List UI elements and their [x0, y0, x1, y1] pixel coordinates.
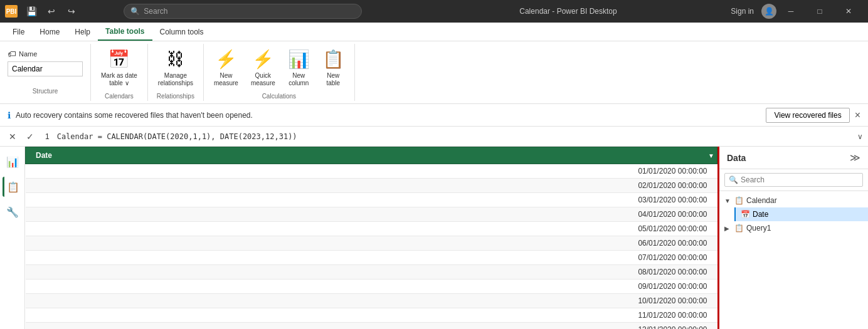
column-header-date[interactable]: Date ▼ [26, 147, 717, 164]
eye-icon[interactable]: 👁 [848, 197, 855, 205]
table-name-input[interactable] [8, 61, 83, 76]
data-panel-header: Data ≫ [719, 147, 868, 169]
tag-icon: 🏷 [8, 49, 16, 59]
data-tree: ▼ 📋 Calendar 👁 ⋯ 📅 Date ▶ 📋 Query1 [719, 191, 868, 238]
more-icon[interactable]: ⋯ [856, 197, 863, 205]
query1-table-label: Query1 [746, 224, 771, 232]
date-cell: 12/01/2020 00:00:00 [26, 323, 717, 330]
view-recovered-files-button[interactable]: View recovered files [766, 108, 849, 123]
new-measure-label: Newmeasure [214, 72, 238, 87]
query-table-icon: 📋 [734, 224, 744, 232]
ribbon: 🏷 Name Structure 📅 Mark as datetable ∨ C… [0, 41, 868, 104]
close-alert-button[interactable]: × [855, 110, 860, 121]
menu-help[interactable]: Help [67, 23, 98, 41]
new-column-label: Newcolumn [288, 72, 309, 87]
calendars-items: 📅 Mark as datetable ∨ [96, 44, 142, 91]
formula-cancel-button[interactable]: ✕ [5, 129, 20, 144]
structure-label: Structure [8, 86, 83, 96]
date-cell: 01/01/2020 00:00:00 [26, 164, 717, 179]
minimize-button[interactable]: ─ [776, 0, 805, 23]
date-cell: 09/01/2020 00:00:00 [26, 279, 717, 294]
calendar-table-icon: 📅 [108, 49, 130, 70]
manage-relationships-label: Managerelationships [158, 72, 193, 87]
sign-in-label[interactable]: Sign in [731, 7, 754, 16]
menu-bar: File Home Help Table tools Column tools [0, 23, 868, 41]
alert-icon: ℹ [8, 110, 11, 120]
save-button[interactable]: 💾 [23, 3, 40, 20]
date-cell: 06/01/2020 00:00:00 [26, 236, 717, 251]
data-search-input[interactable] [741, 175, 859, 184]
name-field-label: 🏷 Name [8, 49, 83, 59]
quick-measure-button[interactable]: ⚡ Quickmeasure [246, 46, 280, 90]
formula-input[interactable] [57, 132, 852, 141]
sidebar-data-icon[interactable]: 📋 [3, 177, 23, 197]
new-measure-button[interactable]: ⚡ Newmeasure [209, 46, 243, 90]
table-row[interactable]: 04/01/2020 00:00:00 [26, 207, 717, 222]
calendars-section: 📅 Mark as datetable ∨ Calendars [91, 44, 148, 101]
redo-button[interactable]: ↪ [63, 3, 80, 20]
table-row[interactable]: 11/01/2020 00:00:00 [26, 308, 717, 323]
tree-item-date[interactable]: 📅 Date [734, 207, 868, 221]
relationships-icon: ⛓ [167, 49, 184, 70]
table-row[interactable]: 06/01/2020 00:00:00 [26, 236, 717, 251]
date-cell: 03/01/2020 00:00:00 [26, 193, 717, 207]
mark-as-date-table-button[interactable]: 📅 Mark as datetable ∨ [96, 46, 142, 90]
data-table: Date ▼ 01/01/2020 00:00:0002/01/2020 00:… [25, 147, 717, 329]
maximize-button[interactable]: □ [805, 0, 834, 23]
table-row[interactable]: 05/01/2020 00:00:00 [26, 222, 717, 236]
new-column-button[interactable]: 📊 Newcolumn [283, 46, 315, 90]
table-row[interactable]: 12/01/2020 00:00:00 [26, 323, 717, 330]
title-search-box[interactable]: 🔍 Search [124, 4, 362, 19]
app-title: Calendar - Power BI Desktop [519, 7, 617, 16]
relationships-label: Relationships [153, 91, 198, 101]
manage-relationships-button[interactable]: ⛓ Managerelationships [153, 46, 198, 90]
table-row[interactable]: 01/01/2020 00:00:00 [26, 164, 717, 179]
formula-expand-button[interactable]: ∨ [857, 132, 863, 141]
calendar-table-label: Calendar [746, 196, 777, 205]
chevron-down-icon: ▼ [724, 197, 732, 204]
data-search-box[interactable]: 🔍 [724, 173, 863, 187]
title-search-area: 🔍 Search [80, 4, 406, 19]
table-row[interactable]: 07/01/2020 00:00:00 [26, 251, 717, 265]
menu-column-tools[interactable]: Column tools [152, 23, 211, 41]
new-table-icon: 📋 [322, 49, 344, 70]
table-area: Date ▼ 01/01/2020 00:00:0002/01/2020 00:… [25, 147, 717, 329]
date-cell: 05/01/2020 00:00:00 [26, 222, 717, 236]
menu-table-tools[interactable]: Table tools [98, 23, 152, 41]
relationships-items: ⛓ Managerelationships [153, 44, 198, 91]
close-button[interactable]: ✕ [834, 0, 863, 23]
new-table-button[interactable]: 📋 Newtable [317, 46, 349, 90]
formula-controls: ✕ ✓ [5, 129, 38, 144]
new-column-icon: 📊 [288, 49, 310, 70]
sidebar-model-icon[interactable]: 🔧 [3, 202, 23, 222]
table-row[interactable]: 10/01/2020 00:00:00 [26, 294, 717, 308]
menu-file[interactable]: File [5, 23, 32, 41]
structure-section: 🏷 Name Structure [0, 44, 91, 101]
tree-item-query1[interactable]: ▶ 📋 Query1 [719, 221, 868, 235]
date-column-icon: 📅 [741, 210, 750, 219]
sidebar-report-icon[interactable]: 📊 [3, 152, 23, 172]
data-panel-expand-button[interactable]: ≫ [850, 152, 860, 164]
quick-access-toolbar: 💾 ↩ ↪ [23, 3, 80, 20]
date-cell: 04/01/2020 00:00:00 [26, 207, 717, 222]
table-row[interactable]: 08/01/2020 00:00:00 [26, 265, 717, 279]
relationships-section: ⛓ Managerelationships Relationships [148, 44, 204, 101]
title-search-label: Search [144, 7, 167, 16]
new-table-label: Newtable [326, 72, 340, 87]
date-cell: 08/01/2020 00:00:00 [26, 265, 717, 279]
data-search-icon: 🔍 [729, 175, 738, 184]
calendars-label: Calendars [96, 91, 142, 101]
menu-home[interactable]: Home [32, 23, 67, 41]
undo-button[interactable]: ↩ [43, 3, 60, 20]
date-column-label: Date [753, 210, 768, 219]
quick-measure-icon: ⚡ [252, 49, 274, 70]
table-row[interactable]: 09/01/2020 00:00:00 [26, 279, 717, 294]
table-row[interactable]: 02/01/2020 00:00:00 [26, 179, 717, 193]
chevron-right-icon: ▶ [724, 225, 732, 232]
table-row[interactable]: 03/01/2020 00:00:00 [26, 193, 717, 207]
tree-item-calendar[interactable]: ▼ 📋 Calendar 👁 ⋯ [719, 194, 868, 207]
formula-confirm-button[interactable]: ✓ [23, 129, 38, 144]
data-panel-title: Data [727, 153, 746, 163]
data-search-area: 🔍 [719, 169, 868, 191]
alert-bar: ℹ Auto recovery contains some recovered … [0, 104, 868, 127]
